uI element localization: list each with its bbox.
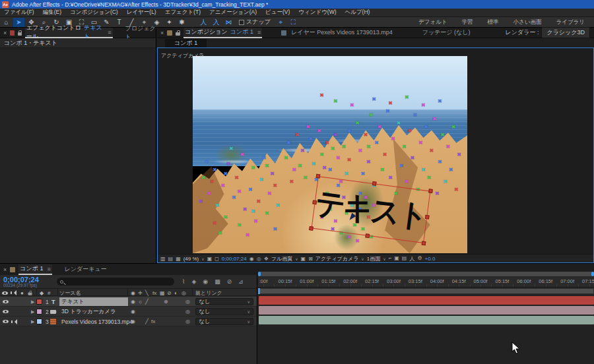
track-point-marker[interactable]: ✖ <box>355 121 360 125</box>
track-point-marker[interactable]: ✖ <box>391 137 395 141</box>
track-point-marker[interactable]: ✖ <box>345 172 349 176</box>
audio-toggle[interactable] <box>11 320 13 323</box>
track-point-marker[interactable]: ✖ <box>383 153 387 157</box>
track-point-marker[interactable]: ✖ <box>224 216 228 220</box>
track-point-marker[interactable]: ✖ <box>378 125 382 129</box>
track-point-marker[interactable]: ✖ <box>388 102 393 106</box>
layer-row-3[interactable]: ▶ 3 Pexels Videos 1739013.mp4 ◉╱fx◎ なし∨ <box>0 317 257 326</box>
parent-dropdown[interactable]: なし∨ <box>195 298 253 305</box>
viewer-bar-icon[interactable]: ⌐ <box>389 255 392 262</box>
parent-dropdown[interactable]: なし∨ <box>195 318 253 325</box>
track-point-marker[interactable]: ✖ <box>366 145 371 149</box>
timeline-toggle-icon[interactable]: ◉ <box>203 278 208 285</box>
track-point-marker[interactable]: ✖ <box>199 200 203 204</box>
track-point-marker[interactable]: ✖ <box>438 160 442 164</box>
track-point-marker[interactable]: ✖ <box>364 133 368 137</box>
layer-switch[interactable]: ◎ <box>185 307 190 317</box>
snap-toggle[interactable]: スナップ <box>239 18 271 26</box>
layer-switch[interactable]: ◉ <box>131 297 135 307</box>
label-color-swatch[interactable] <box>36 309 42 315</box>
track-point-marker[interactable]: ✖ <box>312 162 316 166</box>
track-point-marker[interactable]: ✖ <box>432 117 437 121</box>
track-point-marker[interactable]: ✖ <box>215 204 220 208</box>
time-ruler[interactable]: :00f00:15f01:00f01:15f02:00f02:15f03:00f… <box>258 277 594 288</box>
menu-item[interactable]: ヘルプ(H) <box>345 9 370 16</box>
local-axis-mode-tool[interactable]: 人 <box>198 18 209 27</box>
viewer-bar-icon[interactable]: ▦ <box>176 256 181 262</box>
layer-switch[interactable]: ⊕ <box>164 297 168 307</box>
track-point-marker[interactable]: ✖ <box>385 109 390 113</box>
layer-name[interactable]: Pexels Videos 1739013.mp4 <box>59 318 135 325</box>
track-point-marker[interactable]: ✖ <box>418 141 423 145</box>
track-point-marker[interactable]: ✖ <box>424 125 428 129</box>
track-point-marker[interactable]: ✖ <box>306 125 310 129</box>
track-point-marker[interactable]: ✖ <box>319 94 324 98</box>
snap-checkbox[interactable] <box>239 20 244 25</box>
search-input[interactable] <box>57 278 174 286</box>
track-point-marker[interactable]: ✖ <box>248 188 253 192</box>
track-point-marker[interactable]: ✖ <box>341 145 346 149</box>
workspace-学習[interactable]: 学習 <box>462 18 473 26</box>
tab-effect-controls[interactable]: エフェクトコントロール テキスト ≡ <box>25 28 113 38</box>
viewer-bar-icon[interactable]: ▥ <box>160 256 166 262</box>
track-point-marker[interactable]: ✖ <box>226 162 231 166</box>
timeline-toggle-icon[interactable]: ⊿ <box>238 278 244 285</box>
track-point-marker[interactable]: ✖ <box>347 129 352 133</box>
layer-switch[interactable]: ◎ <box>185 297 190 307</box>
twirl-icon[interactable]: ▶ <box>31 307 34 317</box>
free-transform-tool[interactable]: ⛶ <box>288 18 299 27</box>
timeline-toggle-icon[interactable]: ▩ <box>214 278 220 285</box>
layer-row-1[interactable]: ▶ 1 T テキスト ◉☼╱⊕◎ なし∨ <box>0 297 257 307</box>
menu-item[interactable]: レイヤー(L) <box>127 9 156 16</box>
track-point-marker[interactable]: ✖ <box>259 178 264 182</box>
tab-render-queue[interactable]: レンダーキュー <box>65 265 107 274</box>
track-point-marker[interactable]: ✖ <box>451 125 456 129</box>
timeline-toggle-icon[interactable]: ⊘ <box>227 278 232 285</box>
layer-bar-camera[interactable] <box>259 306 594 315</box>
viewer-bar-icon[interactable]: ▣ <box>394 255 399 262</box>
tab-timeline-comp[interactable]: コンポ 1 ≡ <box>18 264 51 275</box>
timeline-toggle-icon[interactable]: ◈ <box>191 278 196 285</box>
layer-switch[interactable]: ◎ <box>185 317 190 326</box>
viewer-bar-icon[interactable]: ▣ <box>301 256 306 262</box>
track-point-marker[interactable]: ✖ <box>234 176 239 180</box>
workspace-ライブラリ[interactable]: ライブラリ <box>556 18 585 26</box>
menu-item[interactable]: ファイル(F) <box>4 9 34 16</box>
workspace-小さい画面[interactable]: 小さい画面 <box>513 18 542 26</box>
layer-bar-video[interactable] <box>259 316 594 324</box>
track-point-marker[interactable]: ✖ <box>273 228 277 231</box>
timeline-time[interactable]: 0;00;07;24 00234 (29.97 fps) <box>0 276 57 288</box>
track-point-marker[interactable]: ✖ <box>286 141 291 145</box>
selection-handle[interactable] <box>316 174 321 179</box>
track-point-marker[interactable]: ✖ <box>328 168 333 172</box>
type-tool[interactable]: T <box>114 18 125 27</box>
track-point-marker[interactable]: ✖ <box>426 176 431 180</box>
twirl-icon[interactable]: ▶ <box>31 317 34 326</box>
track-point-marker[interactable]: ✖ <box>267 192 272 196</box>
layer-row-2[interactable]: ▶ 2 3D トラッカーカメラ ◉◎ なし∨ <box>0 307 257 317</box>
track-point-marker[interactable]: ✖ <box>265 212 269 216</box>
track-point-marker[interactable]: ✖ <box>331 147 335 151</box>
track-point-marker[interactable]: ✖ <box>322 166 327 170</box>
parent-dropdown[interactable]: なし∨ <box>195 308 253 315</box>
viewer-bar-icon[interactable]: ◉ <box>249 256 254 262</box>
comp-subtab[interactable]: コンポ 1 <box>165 39 207 47</box>
track-point-marker[interactable]: ✖ <box>361 172 366 176</box>
label-color-swatch[interactable] <box>36 318 42 324</box>
panel-menu-icon[interactable]: ≡ <box>108 29 111 36</box>
track-point-marker[interactable]: ✖ <box>295 133 300 137</box>
track-point-marker[interactable]: ✖ <box>204 160 209 164</box>
close-icon[interactable]: × <box>160 30 164 36</box>
viewer-bar-icon[interactable]: ▣ <box>207 256 213 262</box>
track-point-marker[interactable]: ✖ <box>421 168 426 172</box>
track-point-marker[interactable]: ✖ <box>388 176 393 180</box>
track-point-marker[interactable]: ✖ <box>256 200 261 204</box>
viewer-bar-icon[interactable]: ▤ <box>402 255 407 262</box>
track-point-marker[interactable]: ✖ <box>380 168 385 172</box>
track-point-marker[interactable]: ✖ <box>246 233 250 237</box>
track-point-marker[interactable]: ✖ <box>438 100 442 104</box>
track-point-marker[interactable]: ✖ <box>292 168 297 172</box>
track-point-marker[interactable]: ✖ <box>405 96 409 100</box>
work-area-start-handle[interactable] <box>258 288 260 294</box>
track-point-marker[interactable]: ✖ <box>289 180 294 184</box>
